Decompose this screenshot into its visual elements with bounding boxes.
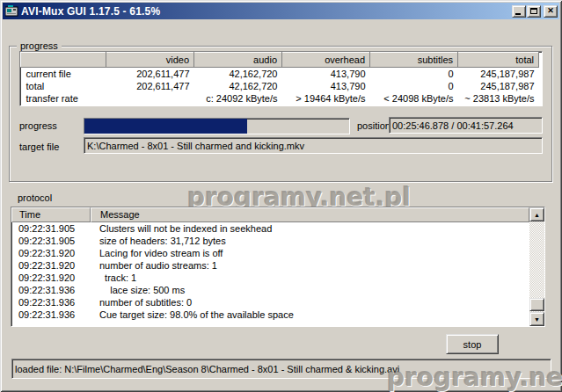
stats-col-total: total xyxy=(458,53,539,68)
stats-cell: 42,162,720 xyxy=(194,80,282,92)
log-message: lace size: 500 ms xyxy=(91,285,529,295)
log-time: 09:22:31.920 xyxy=(11,248,91,258)
window-controls: ✕ xyxy=(511,5,558,18)
stats-cell xyxy=(106,92,194,105)
stats-cell: < 24098 kByte/s xyxy=(370,92,458,105)
maximize-button[interactable] xyxy=(527,5,541,18)
scroll-up-button[interactable]: ▲ xyxy=(529,207,544,221)
target-file-label: target file xyxy=(19,142,59,153)
protocol-list-header: Time Message xyxy=(11,207,529,222)
stats-col-video: video xyxy=(106,53,194,68)
stats-row-current-file: current file 202,611,477 42,162,720 413,… xyxy=(21,68,539,80)
scroll-up-icon: ▲ xyxy=(534,212,540,218)
stats-row-transfer-rate: transfer rate c: 24092 kByte/s > 19464 k… xyxy=(21,92,539,105)
stats-cell: c: 24092 kByte/s xyxy=(194,92,282,105)
log-row[interactable]: 09:22:31.920 track: 1 xyxy=(11,272,529,284)
log-time: 09:22:31.905 xyxy=(11,236,91,246)
log-row[interactable]: 09:22:31.920 number of audio streams: 1 xyxy=(11,259,529,272)
log-row[interactable]: 09:22:31.920 Lacing for video stream is … xyxy=(11,247,529,259)
position-field[interactable]: 00:25:46.878 / 00:41:57.264 xyxy=(389,117,543,134)
minimize-button[interactable] xyxy=(512,5,526,18)
protocol-list-body: Time Message 09:22:31.905 Clusters will … xyxy=(11,207,529,326)
log-message: Clusters will not be indexed in seekhead xyxy=(91,223,529,234)
log-message: number of audio streams: 1 xyxy=(91,260,529,271)
log-time: 09:22:31.920 xyxy=(11,260,91,271)
log-message: track: 1 xyxy=(91,272,529,283)
target-file-field[interactable]: K:\Charmed - 8x01 - Still charmed and ki… xyxy=(84,137,543,154)
progress-bar-fill xyxy=(84,119,247,134)
stats-cell: 202,611,477 xyxy=(106,80,194,92)
status-bar: loaded file: N:\Filme\Charmed\Eng\Season… xyxy=(11,359,551,379)
stats-cell: 245,187,987 xyxy=(458,68,539,80)
log-message: Cue target size: 98.0% of the available … xyxy=(91,309,529,320)
stats-row-total: total 202,611,477 42,162,720 413,790 0 2… xyxy=(21,80,539,92)
log-row[interactable]: 09:22:31.936 number of subtitles: 0 xyxy=(11,296,529,309)
stats-row-label: current file xyxy=(21,68,106,80)
protocol-label: protocol xyxy=(18,192,52,204)
position-value: 00:25:46.878 / 00:41:57.264 xyxy=(392,120,514,131)
stats-cell: 0 xyxy=(370,80,458,92)
stats-cell: > 19464 kByte/s xyxy=(282,92,370,105)
stats-col-audio: audio xyxy=(194,53,282,68)
protocol-list: Time Message 09:22:31.905 Clusters will … xyxy=(11,207,545,327)
vertical-scrollbar[interactable]: ▲ ▼ xyxy=(529,207,544,326)
log-message: number of subtitles: 0 xyxy=(91,297,529,308)
stats-cell: ~ 23813 kByte/s xyxy=(458,92,539,105)
stop-button[interactable]: stop xyxy=(446,334,499,354)
log-time: 09:22:31.936 xyxy=(11,285,91,295)
log-row[interactable]: 09:22:31.936 lace size: 500 ms xyxy=(11,284,529,296)
log-row[interactable]: 09:22:31.905 size of headers: 31,712 byt… xyxy=(11,235,529,247)
stats-col-subtitles: subtitles xyxy=(370,53,458,68)
status-text: loaded file: N:\Filme\Charmed\Eng\Season… xyxy=(15,364,399,374)
stats-cell: 0 xyxy=(370,68,458,80)
log-message: size of headers: 31,712 bytes xyxy=(91,236,529,246)
stats-col-empty xyxy=(21,53,106,68)
column-header-time[interactable]: Time xyxy=(11,207,91,222)
stats-row-label: transfer rate xyxy=(21,92,106,105)
minimize-icon xyxy=(515,13,521,15)
close-button[interactable]: ✕ xyxy=(544,5,558,18)
scroll-down-button[interactable]: ▼ xyxy=(529,312,544,326)
log-time: 09:22:31.905 xyxy=(11,223,91,234)
target-file-value: K:\Charmed - 8x01 - Still charmed and ki… xyxy=(87,141,304,151)
log-row[interactable]: 09:22:31.936 Cue target size: 98.0% of t… xyxy=(11,309,529,321)
scrollbar-thumb[interactable] xyxy=(529,298,544,311)
window-title: AVI-Mux GUI 1.17.5 - 61.5% xyxy=(21,5,160,18)
stats-cell: 413,790 xyxy=(282,68,370,80)
close-icon: ✕ xyxy=(547,7,554,15)
stats-cell: 42,162,720 xyxy=(194,68,282,80)
log-time: 09:22:31.936 xyxy=(11,309,91,320)
app-icon xyxy=(5,4,18,18)
scroll-down-icon: ▼ xyxy=(534,316,540,323)
log-message: Lacing for video stream is off xyxy=(91,248,529,258)
position-label: position: xyxy=(357,120,393,132)
progress-label: progress xyxy=(19,120,57,132)
log-row[interactable]: 09:22:31.905 Clusters will not be indexe… xyxy=(11,222,529,235)
title-bar[interactable]: AVI-Mux GUI 1.17.5 - 61.5% ✕ xyxy=(3,3,559,19)
stop-button-label: stop xyxy=(463,339,482,350)
stats-cell: 413,790 xyxy=(282,80,370,92)
stats-col-overhead: overhead xyxy=(282,53,370,68)
log-time: 09:22:31.920 xyxy=(11,272,91,283)
column-header-message[interactable]: Message xyxy=(91,207,529,222)
stats-cell: 245,187,987 xyxy=(458,80,539,92)
maximize-icon xyxy=(530,8,537,14)
stats-row-label: total xyxy=(21,80,106,92)
progress-bar xyxy=(84,118,350,134)
progress-stats-table: video audio overhead subtitles total cur… xyxy=(19,51,543,106)
log-time: 09:22:31.936 xyxy=(11,297,91,308)
stats-cell: 202,611,477 xyxy=(106,68,194,80)
stats-header-row: video audio overhead subtitles total xyxy=(21,53,539,68)
app-window: AVI-Mux GUI 1.17.5 - 61.5% ✕ progress vi… xyxy=(0,0,562,392)
